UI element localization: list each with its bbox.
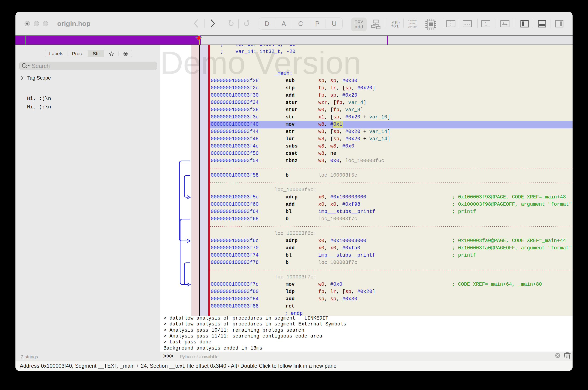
svg-text:1: 1 bbox=[484, 21, 487, 26]
